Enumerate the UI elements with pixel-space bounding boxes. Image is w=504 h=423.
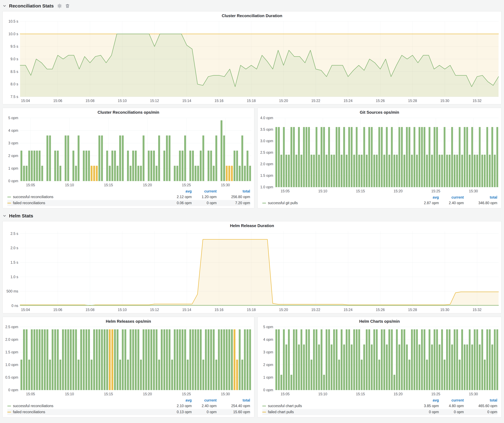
gear-icon (57, 4, 62, 8)
legend-col-avg[interactable]: avg (164, 189, 192, 194)
section-reconciliation-stats: Reconciliation Stats (2, 2, 502, 10)
section-settings-button[interactable] (57, 4, 62, 8)
legend-series-name: successful chart pulls (268, 404, 302, 408)
svg-text:0 opm: 0 opm (8, 179, 18, 183)
legend-series-name: failed reconciliations (13, 201, 45, 205)
legend-col-current[interactable]: current (192, 398, 217, 402)
legend-row: successful reconciliations 2.12 opm 1.20… (7, 194, 250, 200)
legend-current-value: 0 opm (439, 410, 464, 414)
section-title[interactable]: Reconciliation Stats (9, 3, 54, 9)
svg-text:15:30: 15:30 (221, 392, 230, 396)
legend-total-value: 254.40 opm (217, 404, 250, 408)
chevron-down-icon (2, 214, 6, 218)
svg-text:15:10: 15:10 (65, 183, 74, 187)
legend-col-current[interactable]: current (439, 398, 464, 402)
svg-text:15:25: 15:25 (182, 392, 191, 396)
legend-col-total[interactable]: total (464, 195, 497, 200)
svg-text:15:20: 15:20 (143, 392, 152, 396)
svg-text:10.0 s: 10.0 s (8, 32, 18, 36)
legend-series-label[interactable]: successful reconciliations (7, 404, 164, 408)
svg-text:5 opm: 5 opm (263, 325, 273, 329)
section-collapse-toggle[interactable] (2, 4, 6, 8)
legend-col-current[interactable]: current (439, 195, 464, 200)
svg-text:1 opm: 1 opm (263, 375, 273, 379)
panel-title[interactable]: Helm Release Duration (3, 221, 501, 229)
section-title[interactable]: Helm Stats (9, 213, 33, 218)
svg-text:15:08: 15:08 (85, 308, 95, 312)
panel-title[interactable]: Cluster Reconciliation Duration (3, 11, 501, 19)
legend-series-label[interactable]: failed reconciliations (7, 201, 164, 205)
svg-text:4 opm: 4 opm (8, 129, 18, 133)
svg-text:15:28: 15:28 (408, 99, 417, 103)
svg-text:2.5 opm: 2.5 opm (260, 150, 273, 154)
svg-text:2 opm: 2 opm (263, 363, 273, 367)
panel-helm-releases-ops: Helm Releases ops/min 15:0515:1015:1515:… (2, 317, 254, 417)
legend-series-label[interactable]: failed chart pulls (262, 410, 412, 414)
panel-cluster-reconciliations-ops: Cluster Reconciliations ops/min 15:0515:… (2, 108, 254, 208)
legend: avg current total successful chart pulls… (258, 397, 501, 417)
svg-text:15:26: 15:26 (376, 308, 385, 312)
svg-text:15:30: 15:30 (221, 183, 230, 187)
svg-text:15:12: 15:12 (150, 99, 159, 103)
legend-total-value: 465.60 opm (464, 404, 497, 408)
legend-current-value: 0 opm (192, 410, 217, 414)
svg-text:2 opm: 2 opm (8, 154, 18, 158)
panel-title[interactable]: Helm Releases ops/min (3, 317, 254, 324)
legend-current-value: 0 opm (192, 201, 217, 205)
panel-cluster-reconciliation-duration: Cluster Reconciliation Duration 15:0415:… (2, 11, 502, 104)
legend-series-label[interactable]: successful chart pulls (262, 404, 412, 408)
svg-text:15:10: 15:10 (118, 99, 127, 103)
legend-col-avg[interactable]: avg (412, 195, 439, 200)
svg-text:2.5 s: 2.5 s (11, 232, 18, 236)
legend-col-total[interactable]: total (217, 189, 250, 194)
svg-text:15:18: 15:18 (247, 308, 256, 312)
svg-text:15:05: 15:05 (281, 392, 290, 396)
svg-text:15:30: 15:30 (440, 99, 449, 103)
svg-text:3 opm: 3 opm (8, 141, 18, 145)
legend-col-current[interactable]: current (192, 189, 217, 194)
cluster-reconciliation-duration-chart[interactable]: 15:0415:0615:0815:1015:1215:1415:1615:18… (3, 19, 501, 104)
svg-text:2.0 opm: 2.0 opm (5, 337, 18, 341)
svg-text:1.0 opm: 1.0 opm (260, 185, 273, 189)
svg-text:15:18: 15:18 (247, 99, 256, 103)
svg-text:9.0 s: 9.0 s (11, 57, 18, 61)
section-collapse-toggle[interactable] (2, 214, 6, 218)
legend-header-row: avg current total (262, 195, 497, 200)
series-color-dash (262, 412, 266, 412)
legend-series-label[interactable]: failed reconciliations (7, 410, 164, 414)
trash-icon (65, 4, 70, 8)
cluster-reconciliations-ops-chart[interactable]: 15:0515:1015:1515:2015:2515:305 opm4 opm… (3, 115, 254, 188)
git-sources-ops-chart[interactable]: 15:0515:1015:1515:2015:2515:304.0 opm3.5… (258, 115, 501, 194)
legend-col-total[interactable]: total (464, 398, 497, 402)
svg-text:15:12: 15:12 (150, 308, 159, 312)
svg-text:15:04: 15:04 (21, 99, 30, 103)
svg-text:15:26: 15:26 (376, 99, 385, 103)
legend-row: successful reconciliations 2.10 opm 2.40… (7, 403, 250, 409)
helm-release-duration-chart[interactable]: 15:0415:0615:0815:1015:1215:1415:1615:18… (3, 229, 501, 313)
svg-text:1 opm: 1 opm (8, 166, 18, 170)
legend-avg-value: 2.12 opm (164, 195, 192, 199)
legend-col-total[interactable]: total (217, 398, 250, 402)
legend-col-avg[interactable]: avg (412, 398, 439, 402)
svg-text:15:20: 15:20 (394, 392, 403, 396)
panel-title[interactable]: Git Sources ops/min (258, 108, 501, 115)
legend-header-row: avg current total (7, 189, 250, 194)
helm-charts-ops-chart[interactable]: 15:0515:1015:1515:2015:2515:305 opm4 opm… (258, 324, 501, 397)
panel-title[interactable]: Cluster Reconciliations ops/min (3, 108, 254, 115)
svg-text:15:20: 15:20 (279, 99, 288, 103)
svg-text:15:25: 15:25 (431, 189, 440, 193)
legend-series-label[interactable]: successful reconciliations (7, 195, 164, 199)
panel-title[interactable]: Helm Charts ops/min (258, 317, 501, 324)
svg-text:15:22: 15:22 (311, 99, 320, 103)
legend-col-avg[interactable]: avg (164, 398, 192, 402)
helm-releases-ops-chart[interactable]: 15:0515:1015:1515:2015:2515:302.5 opm2.0… (3, 324, 254, 397)
legend-series-name: successful reconciliations (13, 195, 54, 199)
svg-text:2.5 opm: 2.5 opm (5, 325, 18, 329)
svg-text:1.0 s: 1.0 s (11, 275, 18, 279)
svg-text:10.5 s: 10.5 s (8, 19, 18, 23)
svg-text:15:30: 15:30 (440, 308, 449, 312)
section-delete-button[interactable] (65, 4, 70, 8)
legend-series-label[interactable]: successful git pulls (262, 201, 412, 205)
svg-text:15:08: 15:08 (85, 99, 95, 103)
legend-current-value: 1.20 opm (192, 195, 217, 199)
